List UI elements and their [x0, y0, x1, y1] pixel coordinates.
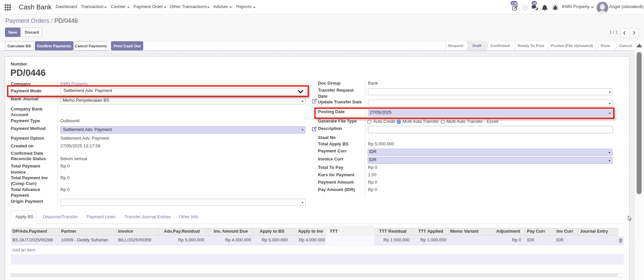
svg-text:Request: Request [448, 44, 464, 48]
svg-text:Posted (File Uploaded): Posted (File Uploaded) [551, 44, 593, 48]
svg-text:Ready To Post: Ready To Post [518, 44, 544, 48]
svg-text:Cancel: Cancel [619, 44, 632, 48]
svg-text:Draft: Draft [473, 44, 482, 48]
svg-text:Done: Done [601, 44, 610, 48]
svg-text:Confirmed: Confirmed [490, 44, 510, 48]
